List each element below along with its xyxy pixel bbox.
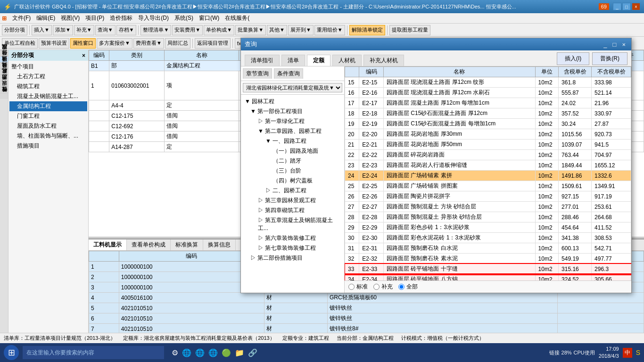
tree-node-road4[interactable]: （四）树穴盖板	[243, 176, 342, 186]
dialog-tab-quota[interactable]: 定额	[307, 55, 330, 66]
tab-labor[interactable]: 人材机汇总	[0, 74, 8, 81]
tab-report[interactable]: 报表	[0, 87, 8, 93]
btn-multi[interactable]: 多方案报价▼	[97, 38, 132, 49]
btn-supplement[interactable]: 补充▼	[74, 25, 94, 35]
minimize-btn[interactable]: _	[613, 3, 621, 10]
tree-node-ch4[interactable]: ▷ 第四章砌筑工程	[243, 206, 342, 215]
table-row-highlighted[interactable]: 24E2-24园路面层 广场砖铺素 素拼10m21491.861332.6	[345, 171, 631, 181]
btn-fenbufenxiang[interactable]: 分部分项	[2, 25, 27, 35]
menu-edit[interactable]: 编辑(E)	[33, 13, 58, 23]
btn-install[interactable]: 安装费用▼	[172, 25, 203, 35]
table-row[interactable]: 54021010510材镀锌铁丝	[89, 303, 644, 313]
dialog-close-btn[interactable]: ×	[620, 41, 627, 48]
taskbar-icon-4[interactable]: 🌐	[208, 348, 218, 357]
table-row[interactable]: 74021010510材镀锌铁丝8#	[89, 324, 644, 333]
chapter-search-tab[interactable]: 章节查询	[243, 68, 272, 79]
tree-node-bridge[interactable]: ▷ 二、园桥工程	[243, 186, 342, 196]
tab-overview[interactable]: 工程概况	[0, 50, 8, 56]
option-supplement[interactable]: 补充	[373, 283, 393, 291]
replace-button[interactable]: 普换(R)	[592, 52, 627, 65]
table-row-red-34[interactable]: 34E2-34园路面层 砖平铺地面 八方锦10m2324.52305.66	[345, 274, 631, 281]
btn-add[interactable]: 添加▼	[53, 25, 73, 35]
sidebar-node-0[interactable]: 整个项目	[9, 62, 87, 72]
library-selector[interactable]: 湖北省园林绿化工程消耗量定额及统▼	[243, 83, 342, 92]
taskbar-icon-5[interactable]: 🟢	[222, 348, 231, 357]
menu-import[interactable]: 导入导出(D)	[135, 13, 172, 23]
table-row[interactable]: 15E2-15园路面层 现浇混凝土路面 厚12cm 纹形10m2361.8333…	[345, 77, 631, 88]
taskbar-icon-7[interactable]: 🔗	[248, 348, 257, 357]
tree-node-part2[interactable]: ▷ 第二部份措施项目	[243, 253, 342, 263]
table-row[interactable]: 30E2-30园路面层 彩色水泥花砖 1：3水泥砂浆10m2341.38308.…	[345, 233, 631, 243]
taskbar-icon-1[interactable]: ⚙	[172, 348, 178, 357]
btn-organize[interactable]: 整理清单▼	[140, 25, 171, 35]
btn-unlock[interactable]: 解除清单锁定	[349, 25, 385, 35]
btn-fee[interactable]: 费用查看▼	[133, 38, 164, 49]
tree-node-road3[interactable]: （三）台阶	[243, 166, 342, 176]
menu-system[interactable]: 系统(S)	[172, 13, 196, 23]
btn-query[interactable]: 查询▼	[95, 25, 116, 35]
table-row[interactable]: 64021010510材镀锌铁丝	[89, 313, 644, 324]
tree-node-road1[interactable]: （一）园路及地面	[243, 146, 342, 156]
table-row[interactable]: 17E2-17园路面层 混凝土路面 厚12cm 每增加1cm10m224.022…	[345, 98, 631, 108]
sidebar-node-7[interactable]: 墙、柱面装饰与隔断、...	[9, 131, 87, 141]
table-row[interactable]: 32E2-32园路面层 预制磨石块 素水泥10m2549.19497.77	[345, 254, 631, 264]
dialog-tab-supp[interactable]: 补充人材机	[363, 55, 404, 66]
menu-project[interactable]: 项目(P)	[83, 13, 107, 23]
option-all[interactable]: 全部	[398, 283, 418, 291]
table-row[interactable]: 23E2-23园路面层 花岗岩人行道板伸缩缝10m21849.441655.12	[345, 160, 631, 171]
sidebar-node-6[interactable]: 屋面及防水工程	[9, 121, 87, 131]
tree-node-ch3[interactable]: ▷ 第三章园林景观工程	[243, 196, 342, 206]
dialog-tab-list[interactable]: 清单	[281, 55, 305, 66]
taskbar-search-input[interactable]	[23, 346, 164, 359]
btn-other[interactable]: 其他▼	[267, 25, 287, 35]
bottom-tab-calc[interactable]: 换算信息	[203, 239, 236, 250]
table-row[interactable]: 19E2-19园路面层 C15砂石面混凝土路面 每增加1cm10m230.242…	[345, 119, 631, 129]
condition-search-tab[interactable]: 条件查询	[274, 68, 303, 79]
btn-check[interactable]: 单位工程自检	[2, 38, 38, 49]
table-row[interactable]: 22E2-22园路面层 碎花岗岩路面10m2763.44704.97	[345, 150, 631, 160]
table-row[interactable]: 26E2-26园路面层 陶瓷片拼花拼字10m2927.15917.19	[345, 191, 631, 202]
sidebar-node-5[interactable]: 门窗工程	[9, 111, 87, 121]
option-standard[interactable]: 标准	[348, 283, 368, 291]
menu-window[interactable]: 窗口(W)	[196, 13, 222, 23]
btn-budget[interactable]: 预算书设置	[39, 38, 69, 49]
close-btn[interactable]: ×	[632, 3, 640, 10]
btn-archive[interactable]: 存档▼	[116, 25, 137, 35]
tab-compliance[interactable]: 符合性检查	[0, 93, 8, 99]
sidebar-node-1[interactable]: 土石方工程	[9, 72, 87, 82]
table-row[interactable]: 25E2-25园路面层 广场砖铺装 拼图案10m21509.611349.91	[345, 181, 631, 191]
table-row[interactable]: 21E2-21园路面层 花岗岩地面 厚50mm10m21039.07941.5	[345, 140, 631, 150]
table-row[interactable]: 27E2-27园路面层 预制混凝土 方块 砂结合层10m2277.01253.6…	[345, 202, 631, 212]
menu-online[interactable]: 在线服务(	[222, 13, 252, 23]
maximize-btn[interactable]: □	[622, 3, 631, 10]
btn-unitprice[interactable]: 单价构成▼	[204, 25, 234, 35]
tree-node-ch7[interactable]: ▷ 第七章装饰装修工程	[243, 243, 342, 253]
btn-extract[interactable]: 提取图形工程量	[389, 25, 430, 35]
table-row[interactable]: 29E2-29园路面层 彩色步砖 1：3水泥砂浆10m2454.64411.52	[345, 222, 631, 233]
tree-node-garden[interactable]: ▼ 园林工程	[243, 97, 342, 107]
menu-file[interactable]: 文件(F)	[9, 13, 33, 23]
menu-price[interactable]: 造价指标	[107, 13, 135, 23]
tab-cost[interactable]: 费用汇总	[0, 81, 8, 87]
dialog-min-btn[interactable]: _	[602, 41, 609, 48]
dialog-tab-guide[interactable]: 清单指引	[245, 55, 280, 66]
tree-node-ch5[interactable]: ▷ 第五章混凝土及钢筋混凝土工...	[243, 215, 342, 233]
tree-node-part1[interactable]: ▼ 第一部份工程项目	[243, 107, 342, 116]
btn-batch[interactable]: 批量换算▼	[235, 25, 266, 35]
btn-insert[interactable]: 插入▼	[32, 25, 52, 35]
bottom-tab-labor[interactable]: 工料机显示	[89, 239, 127, 250]
insert-button[interactable]: 插入(I)	[557, 52, 589, 65]
sidebar-node-8[interactable]: 措施项目	[9, 141, 87, 151]
table-row[interactable]: 18E2-18园路面层 C15砂石面混凝土路面 厚12cm10m2357.523…	[345, 108, 631, 119]
tab-fenbu[interactable]: 分部分项	[0, 56, 8, 62]
table-row[interactable]: 44005016100材GRC轻质隔墙板60	[89, 293, 644, 303]
tree-node-ch1[interactable]: ▷ 第一章绿化工程	[243, 116, 342, 126]
table-row-red-33[interactable]: 33E2-33园路面层 砖平铺地面 十字缝10m2315.16296.3	[345, 264, 631, 274]
tree-node-road[interactable]: ▼ 一、园路工程	[243, 136, 342, 146]
dialog-tab-labor[interactable]: 人材机	[332, 55, 362, 66]
taskbar-icon-3[interactable]: 🌐	[195, 348, 205, 357]
table-row[interactable]: 31E2-31园路面层 预制磨石块 白水泥10m2600.13542.71	[345, 243, 631, 254]
taskbar-icon-2[interactable]: 🌐	[182, 348, 191, 357]
start-button[interactable]: ⊞	[4, 345, 19, 360]
dialog-max-btn[interactable]: □	[611, 41, 619, 48]
